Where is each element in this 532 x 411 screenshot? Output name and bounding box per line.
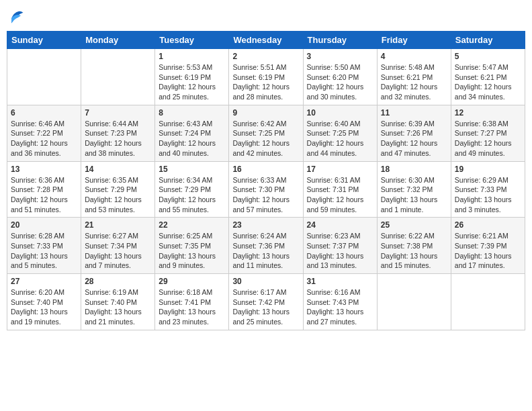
page-header [7,7,525,26]
calendar-cell: 20Sunrise: 6:28 AM Sunset: 7:33 PM Dayli… [7,218,81,274]
day-number: 7 [85,108,151,118]
day-number: 8 [159,108,225,118]
calendar-cell: 22Sunrise: 6:25 AM Sunset: 7:35 PM Dayli… [155,218,229,274]
day-number: 25 [381,220,447,230]
calendar-cell [81,49,155,105]
day-number: 29 [159,277,225,286]
calendar-cell: 29Sunrise: 6:18 AM Sunset: 7:41 PM Dayli… [155,274,229,330]
day-number: 18 [381,165,447,174]
calendar-cell: 5Sunrise: 5:47 AM Sunset: 6:21 PM Daylig… [451,49,525,105]
calendar-cell: 25Sunrise: 6:22 AM Sunset: 7:38 PM Dayli… [377,218,451,274]
calendar-cell: 2Sunrise: 5:51 AM Sunset: 6:19 PM Daylig… [229,49,303,105]
calendar-cell: 8Sunrise: 6:43 AM Sunset: 7:24 PM Daylig… [155,105,229,161]
day-number: 10 [307,108,373,118]
calendar-cell: 19Sunrise: 6:29 AM Sunset: 7:33 PM Dayli… [451,161,525,218]
calendar-cell: 23Sunrise: 6:24 AM Sunset: 7:36 PM Dayli… [229,218,303,274]
day-info: Sunrise: 6:19 AM Sunset: 7:40 PM Dayligh… [85,287,151,327]
day-number: 24 [307,220,373,230]
day-info: Sunrise: 5:47 AM Sunset: 6:21 PM Dayligh… [455,62,521,102]
day-info: Sunrise: 6:30 AM Sunset: 7:32 PM Dayligh… [381,175,447,215]
day-number: 13 [11,165,77,174]
day-number: 19 [455,165,521,174]
day-info: Sunrise: 6:35 AM Sunset: 7:29 PM Dayligh… [85,175,151,215]
calendar-cell [377,274,451,330]
day-info: Sunrise: 6:24 AM Sunset: 7:36 PM Dayligh… [232,231,299,271]
day-info: Sunrise: 5:50 AM Sunset: 6:20 PM Dayligh… [307,62,373,102]
day-number: 1 [159,52,225,61]
calendar-cell: 27Sunrise: 6:20 AM Sunset: 7:40 PM Dayli… [7,274,81,330]
column-header-friday: Friday [377,32,451,49]
day-number: 27 [11,277,77,286]
day-number: 14 [85,165,151,174]
day-number: 11 [381,108,447,118]
calendar-cell: 15Sunrise: 6:34 AM Sunset: 7:29 PM Dayli… [155,161,229,218]
day-info: Sunrise: 6:17 AM Sunset: 7:42 PM Dayligh… [232,287,299,327]
day-info: Sunrise: 6:46 AM Sunset: 7:22 PM Dayligh… [11,119,77,158]
calendar-table: SundayMondayTuesdayWednesdayThursdayFrid… [7,31,525,330]
day-number: 17 [307,165,373,174]
day-info: Sunrise: 6:22 AM Sunset: 7:38 PM Dayligh… [381,231,447,271]
day-info: Sunrise: 6:33 AM Sunset: 7:30 PM Dayligh… [232,175,299,215]
day-info: Sunrise: 6:23 AM Sunset: 7:37 PM Dayligh… [307,231,373,271]
day-number: 12 [455,108,521,118]
calendar-cell: 28Sunrise: 6:19 AM Sunset: 7:40 PM Dayli… [81,274,155,330]
day-info: Sunrise: 6:40 AM Sunset: 7:25 PM Dayligh… [307,119,373,158]
week-row-4: 20Sunrise: 6:28 AM Sunset: 7:33 PM Dayli… [7,218,525,274]
calendar-cell: 10Sunrise: 6:40 AM Sunset: 7:25 PM Dayli… [303,105,377,161]
week-row-2: 6Sunrise: 6:46 AM Sunset: 7:22 PM Daylig… [7,105,525,161]
day-number: 6 [11,108,77,118]
day-info: Sunrise: 6:34 AM Sunset: 7:29 PM Dayligh… [159,175,225,215]
calendar-cell: 17Sunrise: 6:31 AM Sunset: 7:31 PM Dayli… [303,161,377,218]
day-number: 28 [85,277,151,286]
day-info: Sunrise: 6:38 AM Sunset: 7:27 PM Dayligh… [455,119,521,158]
column-header-thursday: Thursday [303,32,377,49]
day-info: Sunrise: 6:28 AM Sunset: 7:33 PM Dayligh… [11,231,77,271]
week-row-5: 27Sunrise: 6:20 AM Sunset: 7:40 PM Dayli… [7,274,525,330]
day-info: Sunrise: 6:21 AM Sunset: 7:39 PM Dayligh… [455,231,521,271]
day-number: 21 [85,220,151,230]
day-info: Sunrise: 5:53 AM Sunset: 6:19 PM Dayligh… [159,62,225,102]
day-info: Sunrise: 6:16 AM Sunset: 7:43 PM Dayligh… [307,287,373,327]
calendar-header: SundayMondayTuesdayWednesdayThursdayFrid… [7,32,525,49]
column-header-wednesday: Wednesday [229,32,303,49]
calendar-cell: 9Sunrise: 6:42 AM Sunset: 7:25 PM Daylig… [229,105,303,161]
day-info: Sunrise: 6:44 AM Sunset: 7:23 PM Dayligh… [85,119,151,158]
day-number: 9 [232,108,299,118]
week-row-3: 13Sunrise: 6:36 AM Sunset: 7:28 PM Dayli… [7,161,525,218]
calendar-cell: 26Sunrise: 6:21 AM Sunset: 7:39 PM Dayli… [451,218,525,274]
calendar-cell: 12Sunrise: 6:38 AM Sunset: 7:27 PM Dayli… [451,105,525,161]
logo-icon [7,7,26,26]
column-header-monday: Monday [81,32,155,49]
day-info: Sunrise: 6:27 AM Sunset: 7:34 PM Dayligh… [85,231,151,271]
calendar-cell: 30Sunrise: 6:17 AM Sunset: 7:42 PM Dayli… [229,274,303,330]
day-info: Sunrise: 6:25 AM Sunset: 7:35 PM Dayligh… [159,231,225,271]
calendar-cell: 7Sunrise: 6:44 AM Sunset: 7:23 PM Daylig… [81,105,155,161]
day-info: Sunrise: 5:51 AM Sunset: 6:19 PM Dayligh… [232,62,299,102]
day-info: Sunrise: 6:20 AM Sunset: 7:40 PM Dayligh… [11,287,77,327]
calendar-cell [7,49,81,105]
day-number: 23 [232,220,299,230]
day-info: Sunrise: 6:29 AM Sunset: 7:33 PM Dayligh… [455,175,521,215]
calendar-cell [451,274,525,330]
calendar-cell: 18Sunrise: 6:30 AM Sunset: 7:32 PM Dayli… [377,161,451,218]
column-header-saturday: Saturday [451,32,525,49]
day-number: 30 [232,277,299,286]
calendar-cell: 4Sunrise: 5:48 AM Sunset: 6:21 PM Daylig… [377,49,451,105]
day-info: Sunrise: 6:43 AM Sunset: 7:24 PM Dayligh… [159,119,225,158]
calendar-cell: 21Sunrise: 6:27 AM Sunset: 7:34 PM Dayli… [81,218,155,274]
day-info: Sunrise: 6:31 AM Sunset: 7:31 PM Dayligh… [307,175,373,215]
logo [7,7,28,26]
day-info: Sunrise: 5:48 AM Sunset: 6:21 PM Dayligh… [381,62,447,102]
day-number: 2 [232,52,299,61]
calendar-cell: 3Sunrise: 5:50 AM Sunset: 6:20 PM Daylig… [303,49,377,105]
day-number: 4 [381,52,447,61]
day-number: 22 [159,220,225,230]
day-info: Sunrise: 6:42 AM Sunset: 7:25 PM Dayligh… [232,119,299,158]
calendar-cell: 14Sunrise: 6:35 AM Sunset: 7:29 PM Dayli… [81,161,155,218]
day-info: Sunrise: 6:36 AM Sunset: 7:28 PM Dayligh… [11,175,77,215]
calendar-cell: 1Sunrise: 5:53 AM Sunset: 6:19 PM Daylig… [155,49,229,105]
calendar-cell: 31Sunrise: 6:16 AM Sunset: 7:43 PM Dayli… [303,274,377,330]
day-number: 16 [232,165,299,174]
calendar-cell: 13Sunrise: 6:36 AM Sunset: 7:28 PM Dayli… [7,161,81,218]
day-number: 26 [455,220,521,230]
